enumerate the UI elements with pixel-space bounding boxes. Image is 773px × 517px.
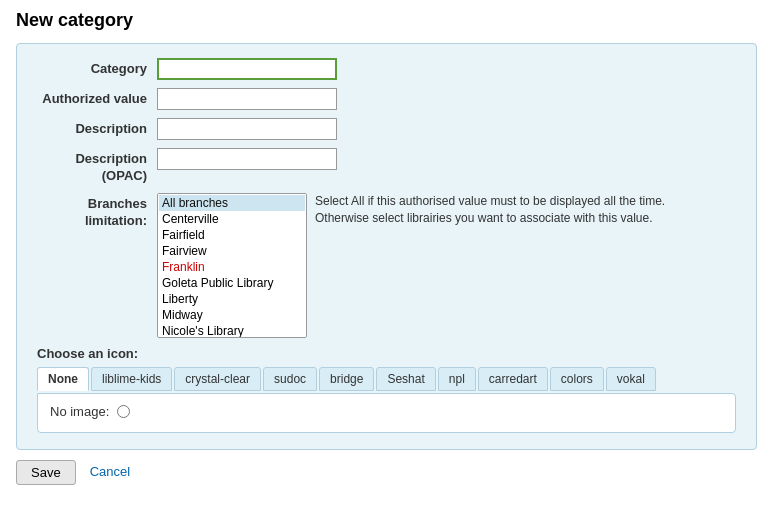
icon-tab-colors[interactable]: colors	[550, 367, 604, 391]
branches-content: All branchesCentervilleFairfieldFairview…	[157, 193, 736, 338]
no-image-row: No image:	[50, 404, 723, 419]
icon-tab-vokal[interactable]: vokal	[606, 367, 656, 391]
icon-tab-carredart[interactable]: carredart	[478, 367, 548, 391]
icon-tab-content: No image:	[37, 393, 736, 433]
no-image-label: No image:	[50, 404, 109, 419]
page-title: New category	[16, 10, 757, 31]
description-input[interactable]	[157, 118, 337, 140]
description-opac-label: Description (OPAC)	[37, 148, 157, 185]
description-row: Description	[37, 118, 736, 140]
authorized-value-input[interactable]	[157, 88, 337, 110]
icon-tab-npl[interactable]: npl	[438, 367, 476, 391]
category-input[interactable]	[157, 58, 337, 80]
icon-tab-sudoc[interactable]: sudoc	[263, 367, 317, 391]
icon-tab-liblime-kids[interactable]: liblime-kids	[91, 367, 172, 391]
branches-help: Select All if this authorised value must…	[315, 193, 695, 227]
category-label: Category	[37, 58, 157, 76]
footer-buttons: Save Cancel	[16, 460, 757, 485]
branches-row: Branches limitation: All branchesCenterv…	[37, 193, 736, 338]
icon-section: Choose an icon: Noneliblime-kidscrystal-…	[37, 346, 736, 433]
branches-label: Branches limitation:	[37, 193, 157, 230]
icon-tab-bridge[interactable]: bridge	[319, 367, 374, 391]
cancel-button[interactable]: Cancel	[84, 460, 136, 485]
icon-tabs: Noneliblime-kidscrystal-clearsudocbridge…	[37, 367, 736, 393]
icon-section-label: Choose an icon:	[37, 346, 736, 361]
authorized-value-label: Authorized value	[37, 88, 157, 106]
icon-tab-seshat[interactable]: Seshat	[376, 367, 435, 391]
form-container: Category Authorized value Description De…	[16, 43, 757, 450]
authorized-value-row: Authorized value	[37, 88, 736, 110]
description-opac-input[interactable]	[157, 148, 337, 170]
category-row: Category	[37, 58, 736, 80]
description-label: Description	[37, 118, 157, 136]
description-opac-row: Description (OPAC)	[37, 148, 736, 185]
icon-tab-none[interactable]: None	[37, 367, 89, 391]
icon-tab-crystal-clear[interactable]: crystal-clear	[174, 367, 261, 391]
no-image-radio[interactable]	[117, 405, 130, 418]
save-button[interactable]: Save	[16, 460, 76, 485]
branches-select[interactable]: All branchesCentervilleFairfieldFairview…	[157, 193, 307, 338]
